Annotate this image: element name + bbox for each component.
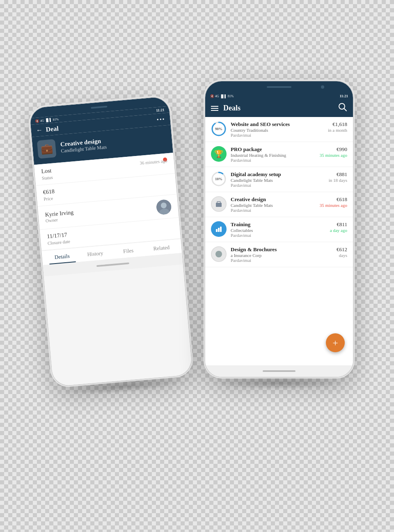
deal-icon <box>211 246 227 262</box>
battery-icon: 81% <box>53 117 59 121</box>
more-button[interactable]: ••• <box>156 116 165 123</box>
progress-pct: 90% <box>215 127 222 131</box>
right-home-indicator <box>263 370 296 372</box>
deals-header-left: Deals <box>211 104 241 112</box>
deal-item[interactable]: Creative design Candlelight Table Mats P… <box>205 192 353 217</box>
deal-item[interactable]: 10% Digital academy setup Candlelight Ta… <box>205 167 353 192</box>
right-battery-icon: 81% <box>228 94 234 98</box>
svg-point-14 <box>215 251 222 257</box>
deals-list: 90% Website and SEO services Country Tra… <box>205 117 353 365</box>
deal-icon <box>211 221 227 237</box>
deal-item-company: Country Traditionals <box>231 128 324 133</box>
right-camera <box>321 85 324 89</box>
deal-item[interactable]: 90% Website and SEO services Country Tra… <box>205 117 353 142</box>
deal-item-category: Pardavimai <box>231 208 316 213</box>
svg-line-4 <box>344 108 346 111</box>
deal-item-info: Digital academy setup Candlelight Table … <box>231 171 325 188</box>
deal-item-info: PRO package Industrial Heating & Finishi… <box>231 146 316 163</box>
deal-item-right: €618 35 minutes ago <box>320 196 347 208</box>
tab-files[interactable]: Files <box>111 242 146 259</box>
deal-time: a day ago <box>330 228 347 233</box>
deal-time: 35 minutes ago <box>320 153 347 158</box>
deal-item-right: €811 a day ago <box>330 221 347 233</box>
deal-item-category: Pardavimai <box>231 258 332 263</box>
phones-container: 🔇 4G ▐▌▌ 81% 11:21 ← Deal ••• 💼 Cr <box>41 61 353 471</box>
right-bottom-bar <box>205 365 353 377</box>
deal-time: in 18 days <box>329 178 347 183</box>
right-bars-icon: ▐▌▌ <box>220 94 227 98</box>
deal-item-category: Pardavimai <box>231 133 324 138</box>
deal-amount: €811 <box>330 221 347 228</box>
phone-left: 🔇 4G ▐▌▌ 81% 11:21 ← Deal ••• 💼 Cr <box>29 96 192 386</box>
phone-right: 🔇 4G ▐▌▌ 81% 11:21 Deals <box>205 81 353 377</box>
deal-item-right: €1,618 in a month <box>328 121 347 133</box>
deal-icon <box>211 196 227 212</box>
deal-amount: €618 <box>320 196 347 203</box>
deal-time: days <box>337 253 347 258</box>
fab-add-button[interactable]: + <box>326 333 345 352</box>
signal-icon: 4G <box>40 119 44 123</box>
deal-item[interactable]: 🏆 PRO package Industrial Heating & Finis… <box>205 142 353 167</box>
tab-history[interactable]: History <box>78 245 112 262</box>
deals-header: Deals <box>205 99 353 117</box>
deal-amount: €881 <box>329 171 347 178</box>
tab-related[interactable]: Related <box>144 239 179 256</box>
deal-nav-title: Deal <box>46 125 59 133</box>
deal-content: Lost Status 36 minutes ago €618 Price Ky… <box>34 153 181 251</box>
deal-item-name: Website and SEO services <box>231 121 324 128</box>
deal-item-company: Industrial Heating & Finishing <box>231 153 316 158</box>
deal-amount: €1,618 <box>328 121 347 128</box>
deal-item-category: Pardavimai <box>231 158 316 163</box>
deal-item-name: Digital academy setup <box>231 171 325 178</box>
deal-amount: €612 <box>337 246 347 253</box>
left-speaker <box>91 106 107 109</box>
deal-item-company: Collectables <box>231 228 326 233</box>
deal-progress-ring: 10% <box>211 171 227 187</box>
tab-details[interactable]: Details <box>45 248 79 265</box>
right-signal-icon: 4G <box>215 94 219 98</box>
bars-icon: ▐▌▌ <box>45 118 52 122</box>
deal-item-info: Creative design Candlelight Table Mats P… <box>231 196 316 213</box>
deal-title-area: Creative design Candlelight Table Mats <box>60 137 107 154</box>
deal-item-category: Pardavimai <box>231 183 325 188</box>
deals-title: Deals <box>223 104 241 112</box>
deal-item-info: Website and SEO services Country Traditi… <box>231 121 324 138</box>
deal-nav-title-area: ← Deal <box>36 125 59 134</box>
right-shadow <box>213 377 345 389</box>
deal-item-name: Design & Brochures <box>231 246 332 253</box>
deal-time: 35 minutes ago <box>320 203 347 208</box>
deal-item-name: Creative design <box>231 196 316 203</box>
svg-rect-11 <box>216 229 218 232</box>
deal-item-company: Candlelight Table Mats <box>231 178 325 183</box>
deal-item-name: PRO package <box>231 146 316 153</box>
right-speaker <box>267 86 291 88</box>
deal-item-right: €881 in 18 days <box>329 171 347 183</box>
progress-pct: 10% <box>215 177 222 181</box>
home-indicator <box>96 262 129 267</box>
left-time: 11:21 <box>156 108 165 112</box>
left-status-icons: 🔇 4G ▐▌▌ 81% <box>35 117 59 123</box>
right-mute-icon: 🔇 <box>210 94 214 98</box>
deal-item-right: €612 days <box>337 246 347 258</box>
deal-trophy-icon: 🏆 <box>211 146 227 162</box>
deal-amount: €990 <box>320 146 347 153</box>
deal-item[interactable]: Design & Brochures a Insurance Corp Pard… <box>205 242 353 267</box>
deal-item[interactable]: Training Collectables Pardavimai €811 a … <box>205 217 353 242</box>
back-button[interactable]: ← <box>36 126 43 134</box>
right-notch <box>205 81 353 93</box>
deal-item-category: Pardavimai <box>231 233 326 238</box>
right-status-icons: 🔇 4G ▐▌▌ 81% <box>210 94 234 98</box>
mute-icon: 🔇 <box>35 119 39 123</box>
menu-icon[interactable] <box>211 106 218 111</box>
svg-rect-10 <box>217 202 220 204</box>
right-time: 11:21 <box>339 94 348 98</box>
search-button[interactable] <box>338 103 347 114</box>
deal-item-info: Design & Brochures a Insurance Corp Pard… <box>231 246 332 263</box>
deal-item-info: Training Collectables Pardavimai <box>231 221 326 238</box>
owner-avatar <box>156 199 172 215</box>
deal-item-company: a Insurance Corp <box>231 253 332 258</box>
deal-time: in a month <box>328 128 347 133</box>
svg-rect-12 <box>218 228 220 232</box>
deal-item-company: Candlelight Table Mats <box>231 203 316 208</box>
svg-rect-13 <box>220 227 222 232</box>
